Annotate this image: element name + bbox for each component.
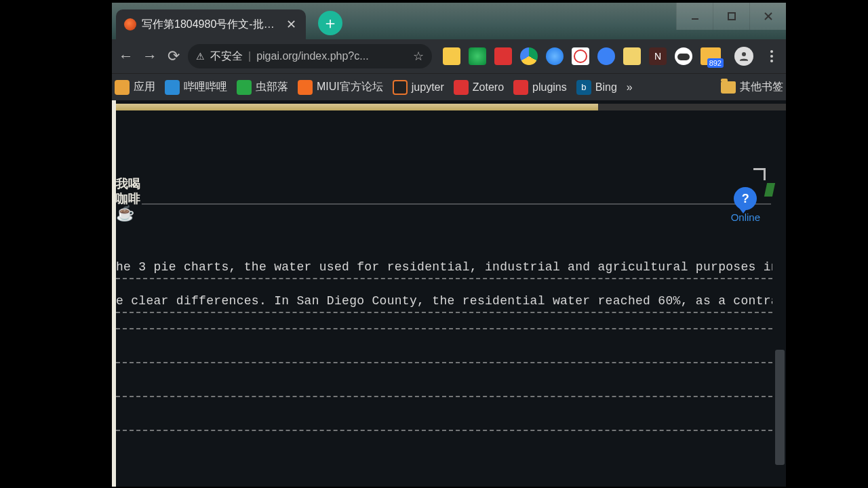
url-text: pigai.org/index.php?c...: [256, 50, 408, 62]
bookmark-label: jupyter: [412, 81, 444, 94]
toolbar: ← → ⟳ ⚠ 不安全 | pigai.org/index.php?c... ☆…: [112, 39, 786, 73]
folder-icon: [721, 81, 736, 94]
overflow-icon: »: [627, 81, 633, 94]
online-help-badge[interactable]: ? Online: [731, 187, 760, 223]
bing-icon: b: [576, 80, 591, 95]
extension-icon[interactable]: [675, 47, 692, 65]
close-window-button[interactable]: [749, 3, 786, 30]
extension-icon[interactable]: [572, 47, 589, 65]
user-badge-line: 咖啡: [116, 191, 140, 206]
tab-title: 写作第1804980号作文-批改网: [142, 18, 275, 32]
miui-icon: [298, 80, 313, 95]
bookmark-label: MIUI官方论坛: [317, 80, 383, 94]
essay-line: he 3 pie charts, the water used for resi…: [116, 260, 772, 279]
address-separator: |: [248, 50, 251, 62]
green-marker-icon: [764, 183, 775, 197]
extension-icon[interactable]: [520, 47, 538, 65]
user-badge: 我喝 咖啡 ☕: [116, 176, 140, 221]
back-button[interactable]: ←: [116, 45, 136, 68]
bookmark-bilibili[interactable]: 哔哩哔哩: [165, 80, 227, 95]
scrollbar-thumb[interactable]: [775, 350, 785, 465]
active-tab[interactable]: 写作第1804980号作文-批改网 ✕: [116, 9, 306, 39]
titlebar: 写作第1804980号作文-批改网 ✕ ＋: [112, 3, 786, 39]
close-tab-icon[interactable]: ✕: [285, 18, 298, 31]
maximize-button[interactable]: [713, 3, 749, 30]
page-content: 我喝 咖啡 ☕ ? Online he 3 pie charts, the wa…: [112, 100, 786, 487]
extension-icon[interactable]: [546, 47, 564, 65]
extension-icon[interactable]: [469, 47, 486, 65]
bookmark-label: 哔哩哔哩: [184, 80, 227, 94]
new-tab-button[interactable]: ＋: [318, 11, 342, 35]
bookmark-label: 其他书签: [740, 80, 783, 94]
bookmark-label: Bing: [595, 81, 617, 94]
svg-rect-1: [728, 13, 735, 20]
window-controls: [676, 3, 786, 30]
plugins-icon: [513, 80, 528, 95]
zotero-icon: [454, 80, 469, 95]
bookmark-apps[interactable]: 应用: [115, 80, 155, 95]
bookmark-plugins[interactable]: plugins: [513, 80, 567, 95]
insecure-label: 不安全: [210, 49, 243, 64]
svg-point-4: [742, 52, 746, 56]
bookmark-other-folder[interactable]: 其他书签: [721, 80, 783, 94]
site-icon: [237, 80, 252, 95]
help-bubble-icon: ?: [734, 187, 757, 210]
progress-track: [116, 104, 786, 110]
bookmark-zotero[interactable]: Zotero: [454, 80, 504, 95]
address-bar[interactable]: ⚠ 不安全 | pigai.org/index.php?c... ☆: [188, 44, 432, 68]
minimize-button[interactable]: [676, 3, 713, 30]
jupyter-icon: [393, 80, 408, 95]
tab-favicon: [124, 18, 136, 30]
bookmark-bing[interactable]: b Bing: [576, 80, 617, 95]
bookmark-label: plugins: [532, 81, 567, 94]
user-badge-line: 我喝: [116, 176, 140, 191]
bookmarks-bar: 应用 哔哩哔哩 虫部落 MIUI官方论坛 jupyter Zotero plug…: [112, 73, 786, 100]
bookmark-star-icon[interactable]: ☆: [413, 49, 424, 64]
extension-icon[interactable]: [623, 47, 641, 65]
profile-avatar[interactable]: [734, 47, 753, 66]
apps-icon: [115, 80, 130, 95]
bilibili-icon: [165, 80, 180, 95]
extension-badge-icon[interactable]: 892: [701, 47, 721, 65]
essay-line: [116, 430, 772, 431]
bookmark-jupyter[interactable]: jupyter: [393, 80, 444, 95]
essay-line: [116, 362, 772, 363]
extension-icon[interactable]: [494, 47, 512, 65]
reload-button[interactable]: ⟳: [164, 45, 184, 68]
bookmark-label: 虫部落: [256, 80, 288, 94]
forward-button[interactable]: →: [140, 45, 159, 68]
essay-line: [116, 396, 772, 397]
extension-icon[interactable]: N: [649, 47, 667, 65]
insecure-icon: ⚠: [196, 51, 205, 62]
bookmark-miui[interactable]: MIUI官方论坛: [298, 80, 383, 95]
bookmark-label: 应用: [134, 80, 155, 94]
bookmark-overflow[interactable]: »: [627, 81, 633, 94]
extensions-row: N 892: [443, 46, 782, 66]
section-divider: [142, 203, 771, 205]
essay-line: e clear differences. In San Diego County…: [116, 294, 772, 313]
coffee-cup-icon: ☕: [116, 206, 140, 221]
corner-mark-icon: [753, 168, 766, 180]
browser-menu-button[interactable]: [762, 46, 782, 66]
essay-text-area[interactable]: he 3 pie charts, the water used for resi…: [116, 260, 772, 446]
extension-badge-count: 892: [707, 58, 724, 68]
browser-window: 写作第1804980号作文-批改网 ✕ ＋ ← → ⟳ ⚠ 不安全 | piga…: [112, 3, 786, 487]
extension-icon[interactable]: [443, 47, 460, 65]
essay-line: [116, 328, 772, 329]
bookmark-label: Zotero: [473, 81, 504, 94]
progress-fill: [116, 104, 598, 110]
extension-icon[interactable]: [597, 47, 615, 65]
bookmark-chongbu[interactable]: 虫部落: [237, 80, 288, 95]
